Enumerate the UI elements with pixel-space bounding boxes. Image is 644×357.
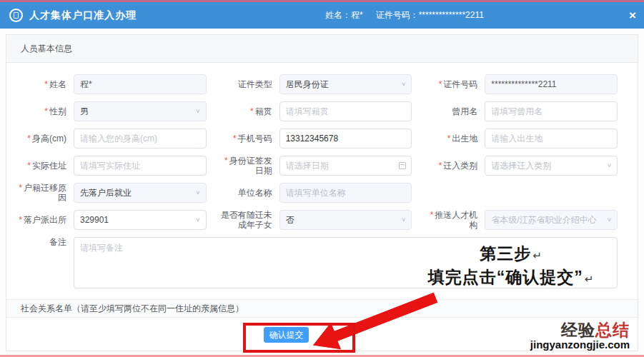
- chevron-down-icon: ∨: [607, 216, 612, 223]
- return-mark-icon: ↵: [532, 249, 543, 261]
- native-place-label: *籍贯: [217, 106, 279, 116]
- former-name-label: 曾用名: [422, 106, 485, 116]
- form-card: 人员基本信息 *姓名 证件类型 居民身份证∨ *证件号码 *性别 男∨: [6, 34, 638, 351]
- height-input[interactable]: [74, 129, 207, 149]
- close-icon[interactable]: ×: [629, 2, 636, 29]
- header-user-info: 姓名：程* 证件号码：**************2211: [325, 2, 484, 29]
- id-issue-date-label: *身份证签发日期: [217, 156, 279, 176]
- remarks-label: 备注: [11, 237, 74, 288]
- minor-children-select[interactable]: 否∨: [279, 210, 412, 230]
- mobile-input[interactable]: [279, 129, 412, 149]
- gender-select[interactable]: 男∨: [74, 101, 207, 121]
- empty-cell: [422, 183, 628, 203]
- return-mark-icon: ↵: [585, 273, 595, 285]
- watermark: 经验总结 jingyanzongjie.com: [530, 321, 630, 351]
- chevron-down-icon: ∨: [401, 81, 406, 87]
- move-in-type-label: *迁入类别: [422, 161, 485, 171]
- mobile-label: *手机号码: [217, 134, 279, 144]
- talent-agency-label: *推送人才机构: [422, 210, 485, 230]
- address-label: *实际住址: [11, 161, 74, 171]
- migration-reason-select[interactable]: 先落户后就业∨: [74, 183, 207, 203]
- chevron-down-icon: ∨: [401, 216, 406, 223]
- native-place-input[interactable]: [279, 101, 412, 121]
- chevron-down-icon: ∨: [607, 162, 612, 169]
- form-icon: [9, 9, 23, 22]
- tutorial-annotation: 第三步↵ 填完点击“确认提交”↵: [390, 243, 633, 290]
- gender-label: *性别: [11, 106, 74, 116]
- migration-reason-label: *户籍迁移原因: [11, 183, 74, 203]
- cert-type-select[interactable]: 居民身份证∨: [279, 74, 412, 94]
- company-label: 单位名称: [217, 188, 279, 198]
- calendar-icon: [399, 162, 406, 169]
- user-name: 姓名：程*: [325, 9, 363, 21]
- page-title: 人才集体户口准入办理: [29, 9, 137, 22]
- chevron-down-icon: ∨: [195, 216, 200, 223]
- highlight-rectangle-annotation: [243, 323, 355, 353]
- talent-agency-select[interactable]: 省本级/江苏省职业介绍中心∨: [485, 210, 618, 230]
- id-issue-date-picker[interactable]: [279, 156, 412, 176]
- birth-place-input[interactable]: [485, 129, 618, 149]
- dialog-header: 人才集体户口准入办理 姓名：程* 证件号码：**************2211…: [0, 2, 644, 29]
- watermark-domain: jingyanzongjie.com: [530, 339, 630, 351]
- annotation-line1: 第三步↵: [390, 243, 633, 266]
- name-input[interactable]: [74, 74, 207, 94]
- annotation-line2: 填完点击“确认提交”↵: [390, 266, 633, 290]
- name-label: *姓名: [11, 79, 74, 89]
- cert-type-label: 证件类型: [217, 79, 279, 89]
- section-social-relations: 社会关系名单（请至少填写两位不在同一住址的亲属信息）: [6, 299, 638, 318]
- section-basic-info: 人员基本信息: [6, 35, 638, 63]
- cert-no-input[interactable]: [485, 74, 618, 94]
- height-label: *身高(cm): [11, 134, 74, 144]
- company-input[interactable]: [279, 183, 412, 203]
- chevron-down-icon: ∨: [195, 108, 200, 114]
- police-station-label: *落户派出所: [11, 215, 74, 225]
- user-id-number: 证件号码：**************2211: [376, 9, 484, 21]
- cert-no-label: *证件号码: [422, 79, 485, 89]
- birth-place-label: *出生地: [422, 134, 485, 144]
- former-name-input[interactable]: [485, 101, 618, 121]
- chevron-down-icon: ∨: [195, 189, 200, 196]
- police-station-select[interactable]: 329901∨: [74, 210, 207, 230]
- address-input[interactable]: [74, 156, 207, 176]
- move-in-type-select[interactable]: 请选择迁入类别∨: [485, 156, 618, 176]
- watermark-brand: 经验总结: [530, 321, 630, 339]
- minor-children-label: 是否有随迁未成年子女: [217, 210, 279, 230]
